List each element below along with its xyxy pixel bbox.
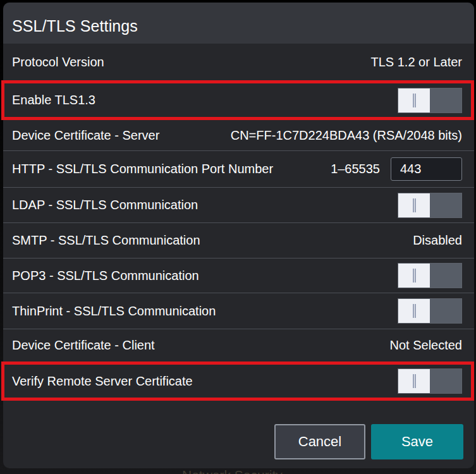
toggle-knob	[398, 88, 430, 112]
ssl-tls-settings-dialog: SSL/TLS Settings Protocol Version TLS 1.…	[3, 3, 474, 468]
toggle-knob	[398, 369, 430, 393]
ldap-toggle[interactable]	[398, 193, 462, 218]
http-port-range: 1–65535	[331, 162, 380, 176]
toggle-track	[430, 264, 461, 288]
device-cert-client-label: Device Certificate - Client	[12, 338, 155, 353]
enable-tls13-label: Enable TLS1.3	[12, 93, 95, 107]
background-page-title: Network Security	[182, 468, 283, 474]
row-smtp: SMTP - SSL/TLS Communication Disabled	[3, 223, 474, 258]
thinprint-label: ThinPrint - SSL/TLS Communication	[12, 304, 216, 319]
save-button[interactable]: Save	[371, 424, 463, 459]
verify-remote-cert-toggle[interactable]	[398, 368, 462, 394]
cancel-button[interactable]: Cancel	[274, 424, 365, 459]
toggle-grip-icon	[413, 304, 416, 318]
toggle-track	[430, 88, 461, 112]
row-thinprint: ThinPrint - SSL/TLS Communication	[3, 293, 474, 329]
protocol-version-label: Protocol Version	[12, 55, 104, 70]
dialog-footer: Cancel Save	[3, 401, 474, 468]
pop3-toggle[interactable]	[398, 263, 462, 288]
toggle-grip-icon	[413, 374, 416, 388]
toggle-grip-icon	[413, 198, 416, 212]
toggle-track	[430, 299, 461, 323]
device-cert-server-label: Device Certificate - Server	[12, 128, 159, 143]
row-ldap: LDAP - SSL/TLS Communication	[3, 188, 474, 223]
toggle-grip-icon	[413, 94, 416, 107]
row-device-certificate-client: Device Certificate - Client Not Selected	[3, 329, 474, 362]
row-device-certificate-server: Device Certificate - Server CN=FF-1C7D22…	[3, 120, 474, 151]
page-backdrop: Network Security SSL/TLS Settings Protoc…	[0, 0, 476, 474]
pop3-label: POP3 - SSL/TLS Communication	[12, 269, 199, 283]
device-cert-client-value: Not Selected	[389, 338, 462, 353]
row-enable-tls13: Enable TLS1.3	[3, 80, 474, 120]
dialog-title: SSL/TLS Settings	[3, 3, 474, 44]
http-port-input[interactable]	[391, 157, 462, 181]
row-protocol-version: Protocol Version TLS 1.2 or Later	[3, 44, 474, 80]
toggle-track	[430, 369, 461, 393]
ldap-label: LDAP - SSL/TLS Communication	[12, 198, 198, 212]
row-pop3: POP3 - SSL/TLS Communication	[3, 258, 474, 293]
smtp-value: Disabled	[413, 233, 462, 248]
toggle-knob	[398, 264, 430, 288]
smtp-label: SMTP - SSL/TLS Communication	[12, 233, 200, 248]
http-port-label: HTTP - SSL/TLS Communication Port Number	[12, 162, 273, 176]
device-cert-server-value: CN=FF-1C7D224BDA43 (RSA/2048 bits)	[231, 128, 462, 143]
row-verify-remote-server-certificate: Verify Remote Server Certificate	[3, 362, 474, 401]
toggle-track	[430, 193, 461, 217]
verify-remote-cert-label: Verify Remote Server Certificate	[12, 374, 193, 389]
toggle-knob	[398, 193, 430, 217]
toggle-grip-icon	[413, 269, 416, 283]
toggle-knob	[398, 299, 430, 323]
thinprint-toggle[interactable]	[398, 298, 462, 324]
protocol-version-value: TLS 1.2 or Later	[370, 55, 462, 70]
enable-tls13-toggle[interactable]	[398, 88, 462, 113]
settings-rows: Protocol Version TLS 1.2 or Later Enable…	[3, 44, 474, 401]
row-http-port: HTTP - SSL/TLS Communication Port Number…	[3, 151, 474, 188]
